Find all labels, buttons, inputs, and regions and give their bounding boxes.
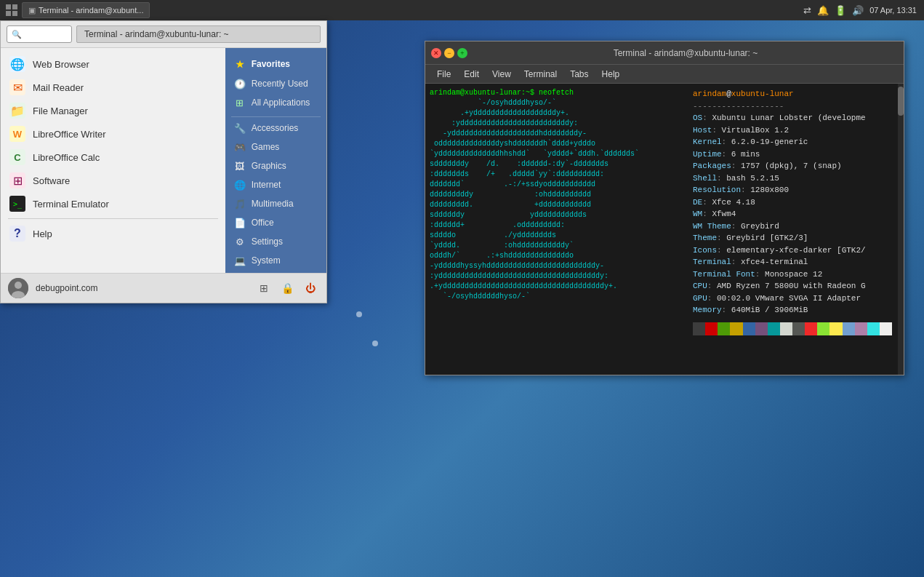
uptime-val: 6 mins xyxy=(731,150,760,159)
terminal-menu-tabs[interactable]: Tabs xyxy=(564,68,594,81)
settings-item[interactable]: ⚙ Settings xyxy=(225,232,326,251)
swatch-15 xyxy=(867,322,880,335)
art-line-10: dddddddddy :ohdddddddddd xyxy=(430,190,683,200)
info-dashes: ------------------- xyxy=(693,100,892,113)
web-browser-label: Web Browser xyxy=(33,59,89,70)
menu-bottom: debugpoint.com ⊞ 🔒 ⏻ xyxy=(1,273,326,303)
svg-point-5 xyxy=(15,282,22,289)
art-line-9: ddddddd` .-:/+ssdyoddddddddddd xyxy=(430,180,683,190)
terminal-minimize-button[interactable]: − xyxy=(444,48,454,58)
info-uptime-line: Uptime: 6 mins xyxy=(693,148,892,161)
search-input[interactable] xyxy=(22,29,65,39)
favorites-header[interactable]: ★ Favorites xyxy=(225,54,326,74)
art-line-5: oddddddddddddddyshdddddddh`dddd+ydddo xyxy=(430,139,683,149)
menu-item-file-manager[interactable]: 📁 File Manager xyxy=(1,99,225,122)
terminal-font-key: Terminal Font xyxy=(693,270,755,279)
terminal-body: arindam@xubuntu-lunar:~$ neofetch `-/osy… xyxy=(425,84,904,375)
swatch-11 xyxy=(817,322,829,335)
svg-rect-1 xyxy=(12,4,17,9)
info-os-line: OS: Xubuntu Lunar Lobster (developme xyxy=(693,112,892,124)
accessories-label: Accessories xyxy=(252,123,299,133)
menu-item-libreoffice-calc[interactable]: C LibreOffice Calc xyxy=(1,146,225,169)
info-wmtheme-line: WM Theme: Greybird xyxy=(693,220,892,233)
accessories-item[interactable]: 🔧 Accessories xyxy=(225,119,326,138)
clock: 07 Apr, 13:31 xyxy=(869,6,917,15)
terminal-menu-help[interactable]: Help xyxy=(596,68,626,81)
office-item[interactable]: 📄 Office xyxy=(225,213,326,232)
mail-reader-label: Mail Reader xyxy=(33,82,84,93)
swatch-6 xyxy=(755,322,768,335)
terminal-menu-terminal[interactable]: Terminal xyxy=(518,68,563,81)
svg-rect-3 xyxy=(12,11,17,16)
menu-item-libreoffice-writer[interactable]: W LibreOffice Writer xyxy=(1,122,225,146)
games-icon: 🎮 xyxy=(234,141,246,153)
scrollbar-thumb[interactable] xyxy=(898,87,904,116)
art-line-11: ddddddddd. +dddddddddddd xyxy=(430,200,683,210)
info-memory-line: Memory: 640MiB / 3906MiB xyxy=(693,304,892,317)
taskbar-settings-icon[interactable]: ⊞ xyxy=(255,279,273,297)
menu-item-terminal-emulator[interactable]: >_ Terminal Emulator xyxy=(1,192,225,215)
os-val: Xubuntu Lunar Lobster (developme xyxy=(712,114,865,122)
info-kernel-line: Kernel: 6.2.0-19-generic xyxy=(693,136,892,148)
terminal-close-button[interactable]: ✕ xyxy=(431,48,441,58)
taskbar-title-button[interactable]: ▣ Terminal - arindam@xubunt... xyxy=(22,2,150,18)
menu-item-help[interactable]: ? Help xyxy=(1,222,225,245)
terminal-art-panel: arindam@xubuntu-lunar:~$ neofetch `-/osy… xyxy=(425,84,687,375)
art-line-13: :dddddd+ .oddddddddd: xyxy=(430,220,683,231)
menu-item-mail-reader[interactable]: ✉ Mail Reader xyxy=(1,76,225,99)
art-line-4: -yddddddddddddddddddddhddddddddy- xyxy=(430,129,683,139)
taskbar: ▣ Terminal - arindam@xubunt... ⇄ 🔔 🔋 🔊 0… xyxy=(0,0,924,20)
search-input-wrapper[interactable]: 🔍 xyxy=(7,25,72,43)
info-gpu-line: GPU: 00:02.0 VMware SVGA II Adapter xyxy=(693,293,892,305)
memory-val: 640MiB / 3906MiB xyxy=(731,306,808,314)
art-line-6: `yddddddddddddddhhshdd` `ydddd+`dddh.`dd… xyxy=(430,149,683,159)
art-line-20: `-/osyhddddddhyso/-` xyxy=(430,292,683,302)
recently-used-item[interactable]: 🕐 Recently Used xyxy=(225,74,326,93)
favorites-label: Favorites xyxy=(252,59,290,69)
file-manager-icon: 📁 xyxy=(9,103,25,119)
taskbar-app-icon[interactable] xyxy=(4,3,19,17)
internet-label: Internet xyxy=(252,180,281,190)
svg-rect-2 xyxy=(6,11,11,16)
info-hostname: xubuntu-lunar xyxy=(731,89,794,98)
graphics-item[interactable]: 🖼 Graphics xyxy=(225,156,326,175)
multimedia-item[interactable]: 🎵 Multimedia xyxy=(225,194,326,213)
menu-item-web-browser[interactable]: 🌐 Web Browser xyxy=(1,52,225,76)
info-resolution-line: Resolution: 1280x800 xyxy=(693,184,892,196)
terminal-emulator-label: Terminal Emulator xyxy=(33,199,109,210)
art-line-19: .+yddddddddddddddddddddddddddddddddddddd… xyxy=(430,282,683,292)
libreoffice-writer-icon: W xyxy=(9,126,25,142)
desktop-dot xyxy=(356,311,362,317)
lock-icon[interactable]: 🔒 xyxy=(278,279,296,297)
info-user: arindam xyxy=(693,89,726,98)
swatch-14 xyxy=(855,322,867,335)
kernel-key: Kernel xyxy=(693,138,722,146)
menu-item-software[interactable]: ⊞ Software xyxy=(1,169,225,192)
terminal-scrollbar[interactable] xyxy=(898,84,904,375)
terminal-menu-file[interactable]: File xyxy=(431,68,457,81)
all-apps-icon: ⊞ xyxy=(234,97,246,108)
battery-icon: 🔋 xyxy=(835,5,846,16)
info-de-line: DE: Xfce 4.18 xyxy=(693,196,892,209)
all-applications-item[interactable]: ⊞ All Applications xyxy=(225,93,326,112)
art-line-3: :ydddddddddddddddddddddddddy: xyxy=(430,119,683,129)
games-item[interactable]: 🎮 Games xyxy=(225,138,326,156)
wm-val: Xfwm4 xyxy=(712,210,736,218)
terminal-emulator-icon: >_ xyxy=(9,196,25,212)
terminal-menu-view[interactable]: View xyxy=(486,68,517,81)
internet-item[interactable]: 🌐 Internet xyxy=(225,175,326,194)
gpu-val: 00:02.0 VMware SVGA II Adapter xyxy=(717,294,861,303)
recently-used-icon: 🕐 xyxy=(234,78,246,89)
user-name: debugpoint.com xyxy=(36,283,248,293)
swatch-8 xyxy=(780,322,792,335)
power-icon[interactable]: ⏻ xyxy=(302,279,319,297)
terminal-menubar: File Edit View Terminal Tabs Help xyxy=(425,65,904,84)
terminal-maximize-button[interactable]: + xyxy=(457,48,467,58)
info-theme-line: Theme: Greybird [GTK2/3] xyxy=(693,232,892,244)
terminal-menu-edit[interactable]: Edit xyxy=(458,68,485,81)
system-item[interactable]: 💻 System xyxy=(225,251,326,270)
swatch-16 xyxy=(880,322,892,335)
settings-label: Settings xyxy=(252,236,283,247)
favorites-star-icon: ★ xyxy=(234,58,246,70)
office-label: Office xyxy=(252,218,274,228)
